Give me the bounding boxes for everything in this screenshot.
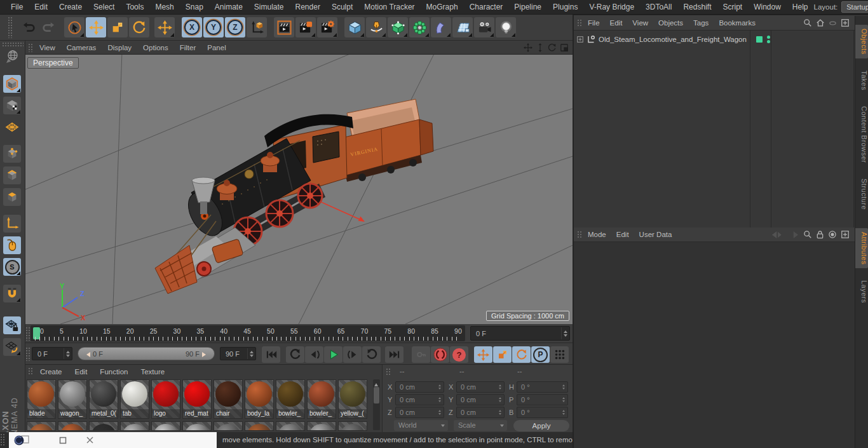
menu-item[interactable]: Character xyxy=(464,3,509,11)
workplane-mode-button[interactable] xyxy=(3,118,21,136)
make-editable-button[interactable] xyxy=(3,48,21,66)
spinner-icon[interactable] xyxy=(497,408,503,417)
timeline-grip[interactable] xyxy=(25,327,31,341)
am-menu-item[interactable]: Edit xyxy=(611,231,634,238)
render-picture-viewer-button[interactable] xyxy=(295,17,316,37)
key-pla-button[interactable] xyxy=(550,346,569,363)
menu-item[interactable]: 3DToAll xyxy=(640,3,677,11)
material-swatch-partial[interactable] xyxy=(89,421,118,431)
menu-item[interactable]: Plugins xyxy=(547,3,583,11)
viewport-menu-item[interactable]: Cameras xyxy=(61,44,102,51)
material-swatch[interactable]: blade xyxy=(27,379,56,419)
material-swatch[interactable]: red_mat xyxy=(182,379,212,419)
material-swatch-partial[interactable] xyxy=(307,421,336,431)
autokey-help-button[interactable]: ? xyxy=(450,346,468,363)
y-axis-lock-button[interactable]: Y xyxy=(203,17,224,37)
add-light-button[interactable] xyxy=(496,17,516,37)
position-field[interactable]: 0 cm xyxy=(395,407,444,418)
material-swatch[interactable]: wagon_ xyxy=(58,379,87,419)
am-grip[interactable] xyxy=(577,231,583,239)
mograph-cloner-button[interactable] xyxy=(409,17,430,37)
menu-item[interactable]: Animate xyxy=(209,3,248,11)
om-menu-item[interactable]: Edit xyxy=(605,19,628,27)
plus-panel-icon[interactable] xyxy=(841,18,850,27)
material-menu-item[interactable]: Function xyxy=(93,368,134,376)
menu-item[interactable]: Mesh xyxy=(149,3,179,11)
lock-icon[interactable] xyxy=(816,230,824,239)
material-grip[interactable] xyxy=(28,367,34,376)
previous-frame-button[interactable] xyxy=(305,346,323,363)
material-menu-item[interactable]: Texture xyxy=(134,368,171,376)
viewport-grip[interactable] xyxy=(28,43,34,52)
panel-divider[interactable] xyxy=(573,15,574,448)
menu-item[interactable]: Redshift xyxy=(677,3,717,11)
key-button[interactable] xyxy=(412,346,430,363)
menu-item[interactable]: Simulate xyxy=(248,3,290,11)
viewport-menu-item[interactable]: Filter xyxy=(174,44,202,51)
key-position-button[interactable] xyxy=(474,346,492,363)
enable-snap-button[interactable] xyxy=(3,285,21,302)
rotation-field[interactable]: 0 ° xyxy=(517,407,568,418)
model-mode-button[interactable] xyxy=(3,75,21,93)
rotation-field[interactable]: 0 ° xyxy=(517,394,568,405)
om-menu-item[interactable]: Objects xyxy=(653,19,688,27)
x-axis-lock-button[interactable]: X xyxy=(182,17,202,37)
spinner-icon[interactable] xyxy=(560,408,567,417)
add-camera-button[interactable] xyxy=(474,17,494,37)
spinner-icon[interactable] xyxy=(560,383,567,391)
polygons-mode-button[interactable] xyxy=(3,188,21,206)
spinner-icon[interactable] xyxy=(437,408,443,417)
object-tree[interactable]: Old_Steam_Locomotive_and_Freight_Wagon xyxy=(574,31,855,227)
menu-item[interactable]: Window xyxy=(748,3,787,11)
plus-panel-icon[interactable] xyxy=(841,230,850,239)
camera-label[interactable]: Perspective xyxy=(27,57,79,69)
object-layer-color[interactable] xyxy=(756,36,763,43)
panel-tab[interactable]: Layers xyxy=(855,276,868,307)
workplane-align-button[interactable] xyxy=(3,338,21,356)
start-frame-field[interactable]: 0 F xyxy=(32,347,72,360)
restore-window-icon[interactable] xyxy=(59,437,67,444)
snap-settings-button[interactable]: S xyxy=(3,258,21,276)
om-menu-item[interactable]: Tags xyxy=(688,19,714,27)
coordinate-mode-dropdown[interactable]: Scale xyxy=(454,420,507,431)
key-rotation-button[interactable] xyxy=(512,346,531,363)
coordinate-system-button[interactable] xyxy=(247,17,267,37)
am-menu-item[interactable]: Mode xyxy=(583,231,611,238)
layout-dropdown[interactable]: Startup xyxy=(841,1,868,13)
om-menu-item[interactable]: Bookmarks xyxy=(714,19,761,27)
material-swatch-partial[interactable] xyxy=(276,421,305,431)
z-axis-lock-button[interactable]: Z xyxy=(225,17,245,37)
undo-button[interactable] xyxy=(20,18,38,36)
material-swatch-partial[interactable] xyxy=(120,421,149,431)
rotation-field[interactable]: 0 ° xyxy=(517,381,568,393)
move-tool-button[interactable] xyxy=(86,17,106,37)
viewport-menu-item[interactable]: View xyxy=(34,44,61,51)
spinner-icon[interactable] xyxy=(247,348,255,359)
menu-item[interactable]: Render xyxy=(290,3,326,11)
scale-field[interactable]: 0 cm xyxy=(456,407,505,418)
render-settings-button[interactable] xyxy=(317,17,337,37)
texture-mode-button[interactable] xyxy=(3,97,21,114)
material-swatch[interactable]: metal_0( xyxy=(89,379,118,419)
lock-workplane-button[interactable] xyxy=(3,316,21,334)
scroll-up-icon[interactable] xyxy=(374,381,378,386)
toolbar-grip[interactable] xyxy=(8,17,13,38)
material-swatch[interactable]: bowler_ xyxy=(276,379,305,419)
key-parameter-button[interactable]: P xyxy=(531,346,550,363)
material-swatch-partial[interactable] xyxy=(338,421,367,431)
target-icon[interactable] xyxy=(828,230,837,239)
visibility-dots-icon[interactable] xyxy=(767,36,770,43)
spinner-icon[interactable] xyxy=(437,383,443,391)
floor-environment-button[interactable] xyxy=(452,17,473,37)
expand-icon[interactable] xyxy=(577,36,583,43)
points-mode-button[interactable] xyxy=(3,145,21,163)
search-icon[interactable] xyxy=(803,18,812,27)
next-frame-button[interactable] xyxy=(343,346,362,363)
subdivision-surface-button[interactable] xyxy=(388,17,408,37)
attribute-editor-area[interactable] xyxy=(574,242,855,448)
menu-item[interactable]: Select xyxy=(88,3,120,11)
goto-end-button[interactable] xyxy=(385,346,403,363)
home-icon[interactable] xyxy=(816,18,825,27)
live-selection-button[interactable] xyxy=(64,17,85,37)
end-frame-field[interactable]: 90 F xyxy=(220,347,256,360)
